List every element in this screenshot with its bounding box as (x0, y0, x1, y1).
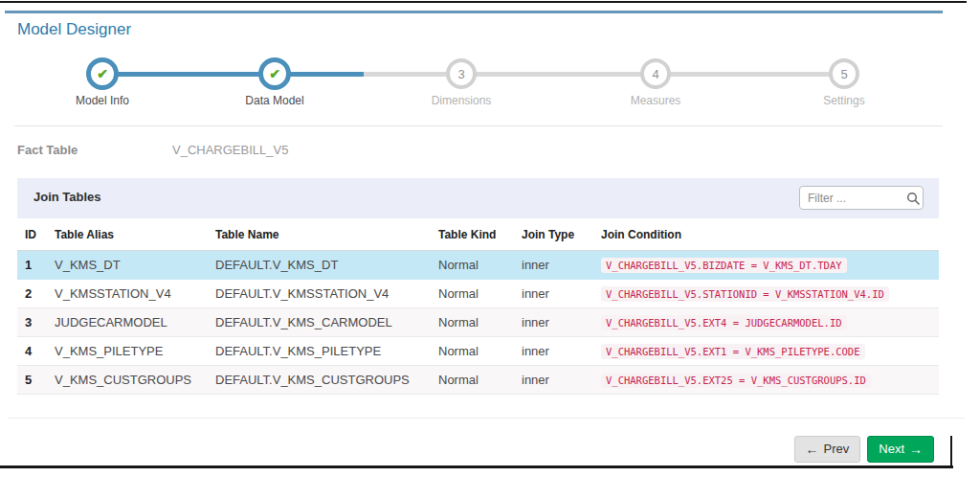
wizard-stepper: ✔ ✔ 3 4 5 Model Info Data Model Dimensio… (0, 53, 980, 112)
step-circle-settings[interactable]: 5 (829, 58, 859, 89)
column-header-id: ID (17, 218, 47, 251)
join-tables-header: Join Tables (17, 178, 939, 218)
fact-table-value: V_CHARGEBILL_V5 (172, 143, 288, 157)
row-table-kind: Normal (431, 366, 514, 395)
check-icon: ✔ (97, 67, 108, 80)
divider-under-stepper (14, 125, 943, 126)
row-join-type: inner (514, 366, 593, 395)
row-table-name: DEFAULT.V_KMSSTATION_V4 (208, 280, 431, 308)
join-condition-code: V_CHARGEBILL_V5.BIZDATE = V_KMS_DT.TDAY (601, 258, 847, 273)
row-join-condition: V_CHARGEBILL_V5.EXT25 = V_KMS_CUSTGROUPS… (593, 366, 939, 395)
filter-input[interactable] (800, 192, 903, 205)
right-frame-line (950, 436, 952, 468)
model-designer-page: Model Designer ✔ ✔ 3 4 5 Model Info Data… (0, 0, 980, 477)
bottom-frame-line (0, 466, 953, 468)
page-title: Model Designer (17, 20, 131, 39)
row-id: 2 (17, 280, 47, 308)
table-row[interactable]: 2 V_KMSSTATION_V4 DEFAULT.V_KMSSTATION_V… (17, 280, 939, 308)
row-table-name: DEFAULT.V_KMS_CUSTGROUPS (208, 366, 431, 395)
column-header-type: Join Type (514, 218, 593, 251)
step-number: 4 (652, 67, 658, 81)
join-tables-panel: Join Tables ID Table Alias (17, 178, 939, 395)
row-table-name: DEFAULT.V_KMS_CARMODEL (208, 308, 431, 337)
row-alias: JUDGECARMODEL (47, 308, 208, 337)
next-button-label: Next (879, 442, 904, 456)
table-row[interactable]: 1 V_KMS_DT DEFAULT.V_KMS_DT Normal inner… (17, 251, 939, 280)
step-number: 5 (840, 67, 847, 81)
row-id: 3 (17, 308, 47, 337)
row-id: 1 (17, 251, 47, 280)
row-join-type: inner (514, 280, 593, 308)
filter-box (799, 186, 924, 210)
step-circle-data-model[interactable]: ✔ (258, 57, 291, 90)
join-tables-table: ID Table Alias Table Name Table Kind Joi… (17, 218, 939, 395)
step-circle-model-info[interactable]: ✔ (86, 57, 119, 90)
row-id: 4 (17, 337, 47, 366)
row-join-type: inner (514, 337, 593, 366)
row-alias: V_KMS_DT (47, 251, 208, 280)
column-header-alias: Table Alias (47, 218, 208, 251)
row-join-condition: V_CHARGEBILL_V5.EXT1 = V_KMS_PILETYPE.CO… (593, 337, 939, 366)
join-condition-code: V_CHARGEBILL_V5.EXT25 = V_KMS_CUSTGROUPS… (601, 373, 871, 388)
join-tables-title: Join Tables (33, 190, 101, 204)
row-alias: V_KMS_CUSTGROUPS (47, 366, 208, 395)
top-frame-line (0, 1, 967, 3)
footer-buttons: ← Prev Next → (794, 436, 934, 463)
column-header-kind: Table Kind (431, 218, 514, 251)
step-label-settings: Settings (777, 94, 911, 107)
divider-above-footer (8, 418, 965, 419)
row-join-type: inner (514, 251, 593, 280)
row-table-kind: Normal (431, 251, 514, 280)
check-icon: ✔ (269, 67, 280, 80)
prev-button[interactable]: ← Prev (794, 436, 861, 463)
step-label-model-info: Model Info (35, 94, 169, 107)
row-join-condition: V_CHARGEBILL_V5.EXT4 = JUDGECARMODEL.ID (593, 308, 939, 337)
step-label-dimensions: Dimensions (394, 94, 528, 107)
arrow-right-icon: → (909, 443, 923, 456)
row-join-type: inner (514, 308, 593, 337)
header-blue-rule (5, 11, 943, 13)
step-circle-measures[interactable]: 4 (640, 58, 671, 89)
join-condition-code: V_CHARGEBILL_V5.EXT4 = JUDGECARMODEL.ID (601, 315, 847, 330)
row-table-kind: Normal (431, 308, 514, 337)
table-row[interactable]: 3 JUDGECARMODEL DEFAULT.V_KMS_CARMODEL N… (17, 308, 939, 337)
arrow-left-icon: ← (806, 443, 819, 456)
row-alias: V_KMSSTATION_V4 (47, 280, 208, 308)
row-alias: V_KMS_PILETYPE (47, 337, 208, 366)
column-header-condition: Join Condition (593, 218, 939, 251)
row-table-kind: Normal (431, 337, 514, 366)
row-table-name: DEFAULT.V_KMS_PILETYPE (208, 337, 431, 366)
join-condition-code: V_CHARGEBILL_V5.STATIONID = V_KMSSTATION… (601, 286, 889, 302)
table-row[interactable]: 5 V_KMS_CUSTGROUPS DEFAULT.V_KMS_CUSTGRO… (17, 366, 939, 395)
step-number: 3 (457, 67, 464, 81)
prev-button-label: Prev (824, 442, 850, 456)
join-condition-code: V_CHARGEBILL_V5.EXT1 = V_KMS_PILETYPE.CO… (601, 344, 865, 359)
step-circle-dimensions[interactable]: 3 (446, 58, 477, 89)
step-label-data-model: Data Model (208, 94, 342, 107)
fact-table-label: Fact Table (17, 143, 78, 157)
next-button[interactable]: Next → (867, 436, 934, 463)
row-join-condition: V_CHARGEBILL_V5.BIZDATE = V_KMS_DT.TDAY (593, 251, 939, 280)
table-header-row: ID Table Alias Table Name Table Kind Joi… (17, 218, 939, 251)
row-table-kind: Normal (431, 280, 514, 308)
row-join-condition: V_CHARGEBILL_V5.STATIONID = V_KMSSTATION… (593, 280, 939, 308)
row-id: 5 (17, 366, 47, 395)
search-icon[interactable] (903, 192, 923, 205)
table-row[interactable]: 4 V_KMS_PILETYPE DEFAULT.V_KMS_PILETYPE … (17, 337, 939, 366)
stepper-progress (102, 72, 364, 77)
row-table-name: DEFAULT.V_KMS_DT (208, 251, 431, 280)
step-label-measures: Measures (589, 94, 723, 107)
column-header-name: Table Name (208, 218, 431, 251)
